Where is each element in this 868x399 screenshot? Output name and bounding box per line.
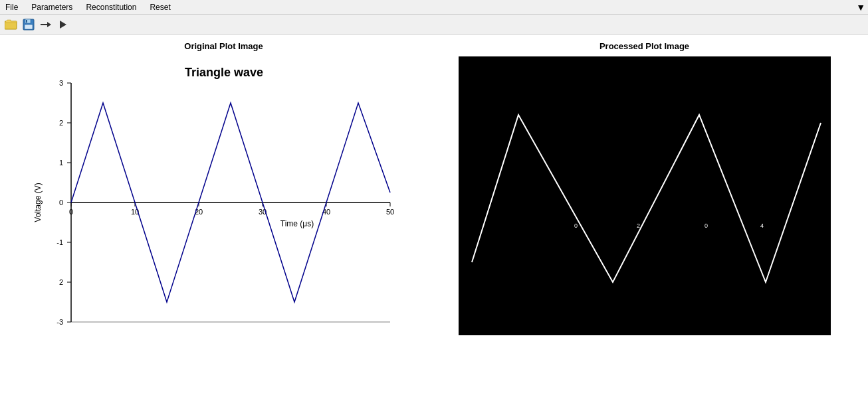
svg-text:Voltage (V): Voltage (V) [33, 183, 43, 222]
svg-text:Triangle wave: Triangle wave [184, 66, 263, 79]
svg-text:4: 4 [760, 222, 764, 229]
svg-text:2: 2 [58, 119, 62, 127]
menu-bar: File Parameters Reconstitution Reset ▼ [0, 0, 868, 15]
right-panel: Processed Plot Image 0 2 0 4 [434, 41, 855, 392]
svg-text:50: 50 [385, 208, 393, 216]
svg-text:2: 2 [58, 278, 62, 286]
processed-plot-title: Processed Plot Image [599, 41, 689, 51]
svg-marker-6 [47, 22, 51, 27]
menu-parameters[interactable]: Parameters [29, 2, 75, 13]
processed-image-container: 0 2 0 4 [459, 56, 831, 335]
save-button[interactable] [21, 17, 36, 32]
svg-text:Time (μs): Time (μs) [280, 219, 313, 228]
arrow-right-icon [40, 20, 52, 29]
open-button[interactable] [4, 17, 19, 32]
svg-text:0: 0 [574, 222, 578, 229]
svg-text:-3: -3 [56, 318, 63, 326]
svg-text:2: 2 [637, 222, 640, 229]
svg-text:-1: -1 [56, 238, 63, 246]
processed-plot-svg: 0 2 0 4 [459, 56, 831, 335]
open-icon [5, 19, 18, 31]
svg-rect-4 [26, 20, 27, 23]
menu-reset[interactable]: Reset [147, 2, 173, 13]
play-icon [58, 20, 68, 29]
left-panel: Original Plot Image Triangle wave 0 [13, 41, 434, 392]
svg-rect-40 [459, 56, 831, 335]
toolbar [0, 15, 868, 35]
menu-reconstitution[interactable]: Reconstitution [83, 2, 139, 13]
main-content: Original Plot Image Triangle wave 0 [0, 35, 868, 399]
svg-text:0: 0 [705, 222, 708, 229]
svg-text:0: 0 [68, 208, 72, 216]
svg-text:0: 0 [58, 199, 62, 206]
svg-rect-3 [25, 25, 33, 29]
original-plot-title: Original Plot Image [184, 41, 263, 51]
menu-file[interactable]: File [3, 2, 21, 13]
arrow-button[interactable] [39, 17, 53, 32]
play-button[interactable] [56, 17, 70, 32]
svg-marker-7 [60, 21, 66, 29]
svg-text:3: 3 [58, 79, 62, 87]
save-icon [23, 19, 35, 31]
svg-text:1: 1 [58, 159, 62, 167]
original-plot-container: Triangle wave 0 10 20 30 [31, 56, 417, 362]
window-collapse-icon[interactable]: ▼ [856, 2, 865, 13]
original-plot-svg: Triangle wave 0 10 20 30 [31, 56, 417, 362]
